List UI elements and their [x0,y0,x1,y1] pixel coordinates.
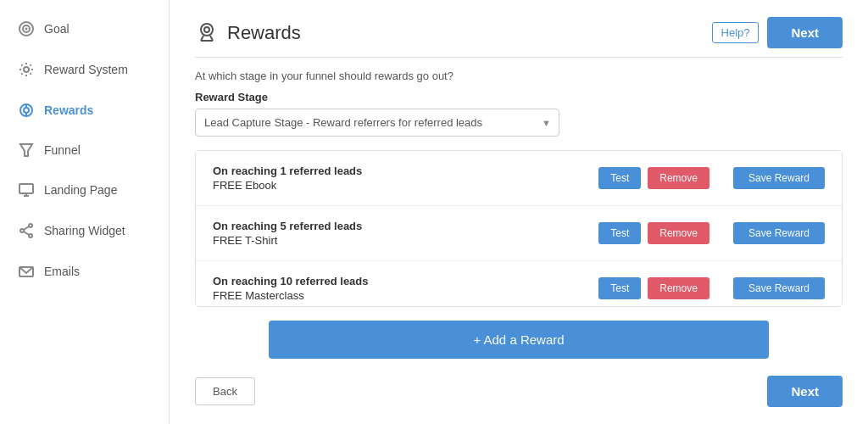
svg-line-16 [24,232,29,235]
subtitle-text: At which stage in your funnel should rew… [195,70,843,82]
reward-actions-3: Test Remove Save Reward [598,277,825,299]
svg-point-2 [25,28,28,31]
share-icon [17,222,36,239]
svg-point-14 [29,234,32,237]
reward-item-1: FREE Ebook [213,179,362,192]
page-title: Rewards [227,22,301,44]
test-button-2[interactable]: Test [598,222,641,244]
next-button-bottom[interactable]: Next [767,376,843,407]
save-reward-button-3[interactable]: Save Reward [733,277,825,299]
sidebar-item-goal-label: Goal [44,22,70,36]
reward-actions-2: Test Remove Save Reward [598,222,825,244]
reward-condition-2: On reaching 5 referred leads [213,220,362,232]
sidebar-item-emails[interactable]: Emails [0,251,169,292]
sidebar-item-reward-system-label: Reward System [44,63,128,76]
target-icon [17,20,36,37]
sidebar-item-sharing-widget-label: Sharing Widget [44,224,125,237]
svg-point-5 [24,108,29,113]
reward-card-1: On reaching 1 referred leads FREE Ebook … [196,151,842,206]
reward-stage-select[interactable]: Lead Capture Stage - Reward referrers fo… [195,109,559,137]
gear-icon [17,61,36,78]
remove-button-2[interactable]: Remove [648,222,709,244]
sidebar-item-goal[interactable]: Goal [0,8,169,49]
reward-stage-label: Reward Stage [195,91,843,103]
header-divider [195,57,843,58]
svg-point-3 [24,67,29,72]
sidebar-item-sharing-widget[interactable]: Sharing Widget [0,210,169,251]
reward-actions-1: Test Remove Save Reward [598,167,825,189]
rewards-page-icon [195,20,219,47]
remove-button-1[interactable]: Remove [648,167,709,189]
sidebar-item-emails-label: Emails [44,265,80,278]
svg-rect-9 [19,184,33,193]
svg-line-15 [24,226,29,230]
reward-info-2: On reaching 5 referred leads FREE T-Shir… [213,220,362,247]
page-header: Rewards Help? Next [195,17,843,48]
reward-card-3: On reaching 10 referred leads FREE Maste… [196,261,842,307]
svg-point-19 [204,27,209,32]
svg-point-13 [20,229,24,232]
save-reward-button-1[interactable]: Save Reward [733,167,825,189]
rewards-list: On reaching 1 referred leads FREE Ebook … [195,150,843,307]
sidebar-item-landing-page[interactable]: Landing Page [0,170,169,210]
reward-info-1: On reaching 1 referred leads FREE Ebook [213,165,362,192]
add-reward-button[interactable]: + Add a Reward [269,321,769,359]
svg-point-12 [29,224,32,227]
svg-marker-8 [20,144,32,156]
sidebar-item-landing-page-label: Landing Page [44,183,117,197]
reward-condition-1: On reaching 1 referred leads [213,165,362,177]
sidebar-item-reward-system[interactable]: Reward System [0,49,169,90]
gift-icon [17,102,36,119]
reward-condition-3: On reaching 10 referred leads [213,275,369,287]
email-icon [17,263,36,280]
sidebar-item-funnel[interactable]: Funnel [0,131,169,170]
reward-info-3: On reaching 10 referred leads FREE Maste… [213,275,369,302]
sidebar: Goal Reward System Rewards Funne [0,0,170,424]
next-button-top[interactable]: Next [767,17,843,48]
sidebar-item-funnel-label: Funnel [44,143,81,157]
sidebar-item-rewards[interactable]: Rewards [0,90,169,131]
sidebar-item-rewards-label: Rewards [44,103,93,117]
reward-card-2: On reaching 5 referred leads FREE T-Shir… [196,206,842,261]
test-button-1[interactable]: Test [598,167,641,189]
reward-item-3: FREE Masterclass [213,289,369,302]
title-row: Rewards [195,20,301,47]
save-reward-button-2[interactable]: Save Reward [733,222,825,244]
back-button[interactable]: Back [195,377,255,405]
funnel-icon [17,142,36,158]
monitor-icon [17,181,36,198]
svg-point-18 [201,24,213,36]
bottom-navigation: Back Next [195,376,843,407]
remove-button-3[interactable]: Remove [648,277,709,299]
reward-stage-dropdown-wrapper: Lead Capture Stage - Reward referrers fo… [195,109,559,137]
help-button[interactable]: Help? [712,22,760,43]
test-button-3[interactable]: Test [598,277,641,299]
main-content: Rewards Help? Next At which stage in you… [170,0,868,424]
header-actions: Help? Next [712,17,843,48]
reward-item-2: FREE T-Shirt [213,234,362,247]
